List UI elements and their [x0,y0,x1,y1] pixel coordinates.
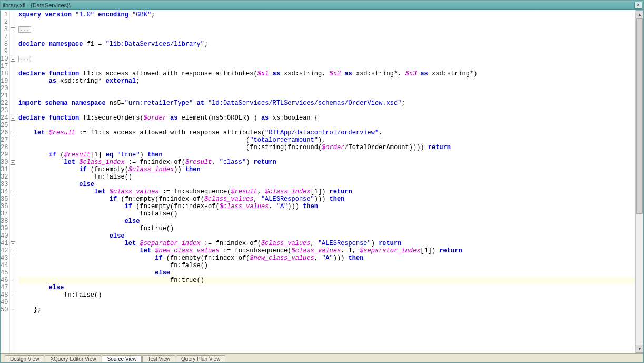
fold-cell [10,92,16,100]
fold-cell [10,210,16,218]
code-line[interactable]: ... [18,26,643,33]
line-number: 44 [1,262,8,269]
fold-cell [10,195,16,203]
code-line[interactable]: fn:true() [18,225,643,232]
line-number: 31 [1,166,8,173]
fold-collapse-icon[interactable]: − [11,131,15,135]
code-line[interactable] [18,299,643,306]
line-number: 47 [1,284,8,291]
code-area[interactable]: xquery version "1.0" encoding "GBK";...d… [16,10,643,353]
code-line[interactable]: fn:true() [18,277,643,284]
line-number: 46 [1,277,8,284]
line-number: 3 [1,26,8,33]
code-line[interactable]: if ($result[1] eq "true") then [18,151,643,159]
code-line[interactable]: declare function f1:is_access_allowed_wi… [18,70,643,77]
fold-cell [10,100,16,107]
line-number: 29 [1,151,8,159]
code-line[interactable]: fn:false() [18,173,643,181]
code-line[interactable] [18,18,643,26]
code-line[interactable]: import schema namespace ns5="urn:retaile… [18,100,643,107]
scroll-track[interactable] [636,18,643,345]
code-line[interactable]: let $separator_index := fn:index-of($cla… [18,240,643,247]
scroll-up-arrow[interactable]: ▲ [636,10,643,18]
fold-cell [10,144,16,151]
fold-cell [10,284,16,291]
line-number: 34 [1,188,8,195]
line-number: 50 [1,306,8,313]
fold-expand-icon[interactable]: + [11,27,15,32]
line-number: 8 [1,41,8,48]
fold-cell [10,48,16,55]
code-line[interactable]: as xsd:string* external; [18,77,643,85]
line-number: 36 [1,203,8,210]
code-line[interactable] [18,63,643,70]
code-line[interactable]: else [18,269,643,277]
close-button[interactable]: × [634,2,642,9]
line-number: 23 [1,107,8,114]
bottom-tabs: Design ViewXQuery Editor ViewSource View… [1,353,643,362]
code-line[interactable]: fn:false() [18,210,643,218]
scroll-thumb[interactable] [636,18,643,214]
editor-tab[interactable]: Query Plan View [176,355,225,362]
code-line[interactable]: fn:false() [18,262,643,269]
fold-cell: ⌐ [10,291,16,299]
code-line[interactable]: let $new_class_values := fn:subsequence(… [18,247,643,254]
code-line[interactable]: let $result := f1:is_access_allowed_with… [18,129,643,136]
fold-expand-icon[interactable]: + [11,57,15,62]
fold-cell [10,122,16,129]
code-line[interactable] [18,107,643,114]
code-line[interactable]: declare function f1:secureOrders($order … [18,114,643,122]
titlebar[interactable]: library.xfl - {DataServices}\ × [1,1,643,10]
editor-tab[interactable]: Source View [102,355,142,362]
code-line[interactable]: xquery version "1.0" encoding "GBK"; [18,11,643,18]
code-line[interactable]: declare namespace f1 = "lib:DataServices… [18,41,643,48]
fold-cell [10,269,16,277]
code-line[interactable]: else [18,181,643,188]
code-line[interactable]: else [18,284,643,291]
editor-area: 1237891017181920212223242526272829303132… [1,10,643,353]
line-number: 25 [1,122,8,129]
code-line[interactable]: else [18,232,643,240]
code-line[interactable] [18,85,643,92]
code-line[interactable]: if (fn:empty(fn:index-of($new_class_valu… [18,254,643,262]
code-line[interactable]: (fn:string(fn:round($order/TotalOrderAmo… [18,144,643,151]
code-line[interactable] [18,33,643,41]
code-line[interactable]: if (fn:empty(fn:index-of($class_values, … [18,203,643,210]
scroll-down-arrow[interactable]: ▼ [636,345,643,353]
code-line[interactable]: let $class_index := fn:index-of($result,… [18,159,643,166]
line-number: 26 [1,129,8,136]
line-number: 38 [1,218,8,225]
code-line[interactable] [18,122,643,129]
fold-cell: − [10,159,16,166]
line-number: 35 [1,195,8,203]
fold-collapse-icon[interactable]: − [11,160,15,165]
editor-tab[interactable]: XQuery Editor View [45,355,101,362]
vertical-scrollbar[interactable]: ▲ ▼ [635,10,643,353]
code-line[interactable]: if (fn:empty(fn:index-of($class_values, … [18,195,643,203]
code-line[interactable]: if (fn:empty($class_index)) then [18,166,643,173]
code-line[interactable]: ... [18,55,643,63]
fold-collapse-icon[interactable]: − [11,249,15,253]
fold-collapse-icon[interactable]: − [11,241,15,246]
fold-collapse-icon[interactable]: − [11,116,15,121]
code-line[interactable]: ("totalorderamount"), [18,136,643,144]
code-line[interactable]: else [18,218,643,225]
line-number: 7 [1,33,8,41]
folded-region-stub[interactable]: ... [18,56,31,62]
code-line[interactable]: fn:false() [18,291,643,299]
fold-cell: − [10,129,16,136]
fold-cell [10,203,16,210]
fold-cell: ⌐ [10,306,16,313]
editor-tab[interactable]: Test View [142,355,175,362]
folded-region-stub[interactable]: ... [18,26,31,33]
code-line[interactable] [18,92,643,100]
line-number: 1 [1,11,8,18]
fold-collapse-icon[interactable]: − [11,190,15,194]
editor-tab[interactable]: Design View [5,355,44,362]
fold-cell: − [10,114,16,122]
code-line[interactable]: let $class_values := fn:subsequence($res… [18,188,643,195]
line-number: 24 [1,114,8,122]
line-number: 10 [1,55,8,63]
code-line[interactable] [18,48,643,55]
code-line[interactable]: }; [18,306,643,313]
